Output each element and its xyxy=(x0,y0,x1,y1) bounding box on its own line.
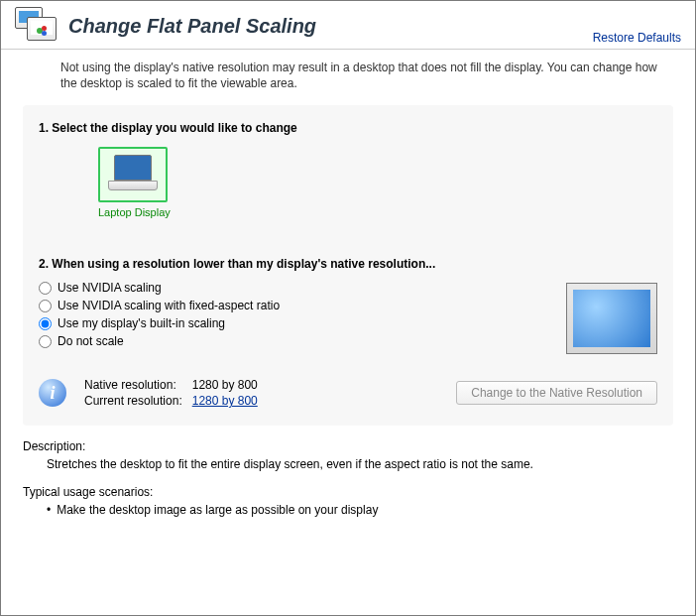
settings-panel: 1. Select the display you would like to … xyxy=(23,105,673,426)
display-label: Laptop Display xyxy=(98,206,171,218)
current-resolution-label: Current resolution: xyxy=(84,394,182,408)
scaling-radio-0[interactable] xyxy=(39,282,52,295)
page-header: Change Flat Panel Scaling Restore Defaul… xyxy=(1,1,695,50)
step2-title: 2. When using a resolution lower than my… xyxy=(39,257,536,271)
restore-defaults-link[interactable]: Restore Defaults xyxy=(593,31,681,45)
scaling-radio-1[interactable] xyxy=(39,300,52,312)
display-item-laptop[interactable]: Laptop Display xyxy=(98,147,171,218)
description-title: Description: xyxy=(23,439,673,453)
step1-title: 1. Select the display you would like to … xyxy=(39,121,657,135)
scaling-preview xyxy=(566,283,657,354)
scaling-option-1[interactable]: Use NVIDIA scaling with fixed-aspect rat… xyxy=(39,299,536,312)
scaling-option-3[interactable]: Do not scale xyxy=(39,334,536,348)
laptop-display-icon xyxy=(98,147,168,202)
description-body: Stretches the desktop to fit the entire … xyxy=(47,457,673,471)
scaling-radio-group: Use NVIDIA scalingUse NVIDIA scaling wit… xyxy=(39,281,536,348)
change-native-resolution-button: Change to the Native Resolution xyxy=(456,381,657,405)
scenario-item: Make the desktop image as large as possi… xyxy=(47,503,673,517)
native-resolution-label: Native resolution: xyxy=(84,378,182,392)
scaling-option-label: Use NVIDIA scaling xyxy=(58,281,162,295)
scaling-radio-2[interactable] xyxy=(39,317,52,330)
scaling-option-label: Do not scale xyxy=(58,334,124,348)
scaling-option-0[interactable]: Use NVIDIA scaling xyxy=(39,281,536,295)
current-resolution-link[interactable]: 1280 by 800 xyxy=(192,394,258,408)
info-icon: i xyxy=(39,379,66,407)
intro-text: Not using the display's native resolutio… xyxy=(60,60,673,91)
scaling-option-label: Use NVIDIA scaling with fixed-aspect rat… xyxy=(58,299,280,312)
scaling-radio-3[interactable] xyxy=(39,335,52,348)
page-title: Change Flat Panel Scaling xyxy=(68,15,681,38)
scaling-option-2[interactable]: Use my display's built-in scaling xyxy=(39,316,536,330)
scenarios-title: Typical usage scenarios: xyxy=(23,485,673,499)
scaling-option-label: Use my display's built-in scaling xyxy=(58,316,225,330)
native-resolution-value: 1280 by 800 xyxy=(192,378,258,392)
app-icon xyxy=(15,7,57,45)
